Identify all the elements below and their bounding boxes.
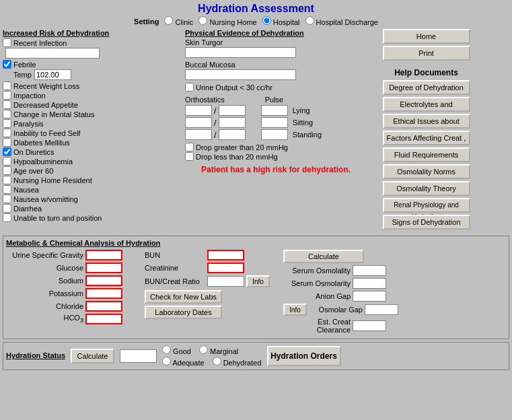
help-degree-dehydration[interactable]: Degree of Dehydration xyxy=(383,80,470,95)
impaction-checkbox[interactable] xyxy=(3,91,11,100)
serum-osmolarity-label: Serum Osmolarity xyxy=(283,279,351,287)
serum-osmolarity-input[interactable] xyxy=(353,278,386,289)
hydration-orders-button[interactable]: Hydration Orders xyxy=(267,346,341,366)
radio-dehydrated[interactable]: Dehydrated xyxy=(213,357,262,367)
warning-text: Patient has a high risk for dehydration. xyxy=(185,165,367,174)
check-new-labs-button[interactable]: Check for New Labs xyxy=(145,290,222,304)
laboratory-dates-button[interactable]: Laboratory Dates xyxy=(145,306,222,319)
bun-creat-input[interactable] xyxy=(207,276,244,287)
recent-weight-loss-checkbox[interactable] xyxy=(3,81,11,90)
help-factors-creat-bun[interactable]: Factors Affecting Creat , BUN xyxy=(383,131,470,145)
potassium-input[interactable] xyxy=(85,288,122,299)
drop-less-checkbox-item: Drop less than 20 mmHg xyxy=(185,152,367,161)
on-diuretics-checkbox[interactable] xyxy=(3,147,11,156)
ortho-lying-pulse[interactable] xyxy=(261,105,288,116)
skin-turgor-input[interactable] xyxy=(185,47,296,58)
ortho-standing-pulse[interactable] xyxy=(261,129,288,140)
ortho-standing-systolic[interactable] xyxy=(185,129,212,140)
urine-sg-input[interactable] xyxy=(85,250,122,260)
help-electrolytes[interactable]: Electrolytes and Osmolarity xyxy=(383,97,470,112)
hydration-result-input[interactable] xyxy=(120,349,157,363)
hypoalbuminemia-checkbox[interactable] xyxy=(3,157,11,166)
hco3-row: HCO3 xyxy=(6,314,141,324)
skin-turgor-label: Skin Turgor xyxy=(185,38,367,46)
help-docs-header: Help Documents xyxy=(371,68,482,77)
home-button[interactable]: Home xyxy=(383,29,470,44)
info-osmolar-gap-button[interactable]: Info xyxy=(283,304,307,316)
help-osmolality-theory[interactable]: Osmolality Theory xyxy=(383,181,470,196)
ortho-sitting-systolic[interactable] xyxy=(185,117,212,128)
paralysis-checkbox[interactable] xyxy=(3,119,11,128)
diabetes-mellitus-checkbox[interactable] xyxy=(3,138,11,147)
list-item: Unable to turn and position xyxy=(3,213,181,222)
change-mental-status-checkbox[interactable] xyxy=(3,110,11,118)
list-item: Diarrhea xyxy=(3,204,181,213)
list-item: Decreased Appetite xyxy=(3,100,181,109)
radio-clinic[interactable]: Clinic xyxy=(164,16,193,26)
radio-hospital[interactable]: Hospital xyxy=(262,16,300,26)
chloride-input[interactable] xyxy=(85,301,122,312)
list-item: Diabetes Mellitus xyxy=(3,138,181,147)
unable-turn-position-checkbox[interactable] xyxy=(3,213,11,222)
anion-gap-input[interactable] xyxy=(353,291,386,302)
print-button[interactable]: Print xyxy=(383,46,470,61)
buccal-mucosa-input[interactable] xyxy=(185,69,296,80)
decreased-appetite-checkbox[interactable] xyxy=(3,100,11,109)
recent-infection-input[interactable] xyxy=(5,48,100,59)
calculate-button[interactable]: Calculate xyxy=(283,250,364,263)
serum-osmolality-label: Serum Osmolality xyxy=(283,267,351,275)
ortho-lying-diastolic[interactable] xyxy=(219,105,246,116)
anion-gap-label: Anion Gap xyxy=(283,292,351,300)
help-ethical-issues[interactable]: Ethical Issues about Hydration xyxy=(383,114,470,129)
help-renal-physiology[interactable]: Renal Physiology and Hydration xyxy=(383,198,470,213)
radio-nursing-home[interactable]: Nursing Home xyxy=(198,16,256,26)
list-item: Nausea xyxy=(3,185,181,194)
help-signs-dehydration[interactable]: Signs of Dehydration xyxy=(383,215,470,230)
list-item: On Diuretics xyxy=(3,147,181,156)
drop-greater-checkbox-item: Drop greater than 20 mmHg xyxy=(185,143,367,151)
setting-label: Setting xyxy=(134,18,159,26)
bun-row: BUN xyxy=(145,250,279,260)
diarrhea-checkbox[interactable] xyxy=(3,204,11,213)
list-item: Paralysis xyxy=(3,119,181,128)
status-radio-group: Good Marginal Adequate Dehydrated xyxy=(162,345,262,367)
osmolar-gap-input[interactable] xyxy=(365,304,398,315)
osmolar-gap-label: Osmolar Gap xyxy=(309,306,363,314)
nausea-vomitting-checkbox[interactable] xyxy=(3,195,11,203)
creatinine-input[interactable] xyxy=(207,262,244,273)
ortho-sitting-pulse[interactable] xyxy=(261,117,288,128)
serum-osmolality-row: Serum Osmolality xyxy=(283,265,425,276)
radio-marginal[interactable]: Marginal xyxy=(199,345,238,355)
drop-greater-checkbox[interactable] xyxy=(185,143,194,151)
nausea-checkbox[interactable] xyxy=(3,185,11,194)
bun-label: BUN xyxy=(145,251,205,259)
serum-osmolality-input[interactable] xyxy=(353,265,386,276)
sodium-input[interactable] xyxy=(85,275,122,286)
est-creat-clearance-row: Est. Creat Clearance xyxy=(283,318,425,334)
help-fluid-requirements[interactable]: Fluid Requirements xyxy=(383,147,470,162)
glucose-input[interactable] xyxy=(85,262,122,273)
help-osmolality-norms[interactable]: Osmolality Norms xyxy=(383,164,470,179)
glucose-row: Glucose xyxy=(6,262,141,273)
age-over-60-checkbox[interactable] xyxy=(3,166,11,175)
recent-infection-checkbox[interactable] xyxy=(3,38,11,47)
hco3-input[interactable] xyxy=(85,314,122,324)
drop-less-checkbox[interactable] xyxy=(185,152,194,161)
radio-hospital-discharge[interactable]: Hospital Discharge xyxy=(305,16,378,26)
ortho-sitting-diastolic[interactable] xyxy=(219,117,246,128)
info-bun-creat-button[interactable]: Info xyxy=(246,275,270,287)
ortho-standing-diastolic[interactable] xyxy=(219,129,246,140)
est-creat-clearance-input[interactable] xyxy=(353,320,386,331)
radio-good[interactable]: Good xyxy=(162,345,191,355)
ortho-lying-systolic[interactable] xyxy=(185,105,212,116)
inability-feed-self-checkbox[interactable] xyxy=(3,129,11,137)
urine-output-label: Urine Output < 30 cc/hr xyxy=(196,83,272,92)
nursing-home-resident-checkbox[interactable] xyxy=(3,176,11,184)
febrile-checkbox[interactable] xyxy=(3,60,11,69)
radio-adequate[interactable]: Adequate xyxy=(162,357,205,367)
urine-output-checkbox[interactable] xyxy=(185,83,194,92)
temp-input[interactable] xyxy=(34,69,71,80)
hydration-calculate-button[interactable]: Calculate xyxy=(71,349,114,363)
creatinine-label: Creatinine xyxy=(145,264,205,272)
bun-input[interactable] xyxy=(207,250,244,260)
